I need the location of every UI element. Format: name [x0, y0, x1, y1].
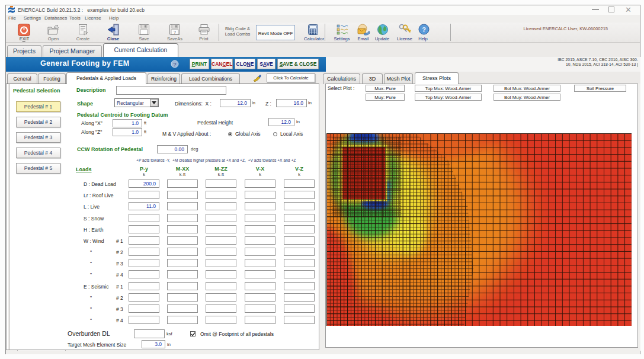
svg-text:?: ?	[174, 30, 176, 34]
svg-text:?: ?	[422, 26, 426, 33]
svg-text:?: ?	[173, 62, 176, 68]
